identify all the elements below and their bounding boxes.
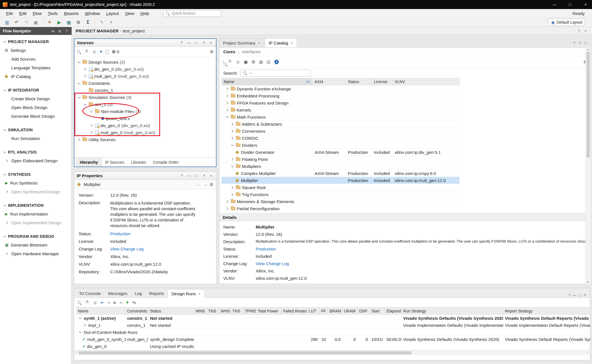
ip-catalog-search-input[interactable] [240,70,311,77]
column-header[interactable]: Constraints [125,308,148,314]
minimize-icon[interactable]: — [187,173,192,178]
create-run-icon[interactable]: + [126,299,129,305]
tab-ip-catalog[interactable]: IP Catalog × [265,38,297,47]
chevron-right-icon[interactable] [230,122,235,126]
help-icon[interactable]: ? [64,29,69,33]
catalog-row[interactable]: Floating Point [222,156,460,163]
chevron-down-icon[interactable] [225,115,229,119]
maximize-icon[interactable]: □ [194,173,199,178]
tab-reports[interactable]: Reports [145,289,168,298]
settings-icon[interactable]: ⚙ [210,182,213,187]
stop-icon[interactable]: × [45,19,54,26]
nav-item-create-block-design[interactable]: Create Block Design [0,94,71,103]
tab-log[interactable]: Log [131,289,145,298]
info-icon[interactable]: i [274,60,279,64]
group-by-category-icon[interactable]: ▣ [244,59,248,65]
scroll-up-icon[interactable]: ▲ [586,48,590,51]
column-header[interactable]: BRAM [328,308,342,314]
column-header-status[interactable]: Status [346,78,372,85]
change-log-link[interactable]: View Change Log [256,261,289,266]
catalog-row[interactable]: CORDIC [222,135,460,142]
horizontal-scrollbar[interactable]: ‹ › [74,350,590,355]
float-icon[interactable]: ↗ [577,40,582,45]
tab-design-runs[interactable]: Design Runs × [167,289,204,298]
menu-window[interactable]: Window [82,10,103,17]
nav-item-run-simulation[interactable]: Run Simulation [0,134,71,143]
run-row-mult-gen-0-synth-1[interactable]: ✓mult_gen_0_synth_1 mult_gen_0 synth_des… [76,336,590,343]
nav-item-ip-catalog[interactable]: IP Catalog [0,72,71,81]
tree-item-sim-1[interactable]: sim_1 (3) [74,101,216,108]
repository-icon[interactable]: ▦ [259,59,263,65]
catalog-row[interactable]: Memories & Storage Elements [222,198,460,205]
settings-icon[interactable]: ⚙ [210,49,214,54]
catalog-row-math-functions[interactable]: Math Functions [222,114,460,121]
catalog-row[interactable]: Square Root [222,184,460,191]
menu-reports[interactable]: Reports [61,10,82,17]
tree-item-constrs-1[interactable]: constrs_1 [74,87,216,94]
nav-item-open-elaborated-design[interactable]: Open Elaborated Design [0,156,71,165]
catalog-row[interactable]: Kernels [222,106,460,114]
collapse-all-icon[interactable] [227,60,232,64]
chevron-right-icon[interactable] [5,159,9,163]
column-header[interactable]: TPWS [243,308,256,314]
chevron-right-icon[interactable] [230,157,235,161]
save-icon[interactable]: ▥ [3,19,11,26]
nav-item-open-hardware-manager[interactable]: Open Hardware Manager [0,249,71,258]
column-header-vlnv[interactable]: VLNV [392,78,460,85]
chevron-down-icon[interactable] [78,316,82,320]
nav-item-run-implementation[interactable]: ▶ Run Implementation [0,210,71,218]
tree-item-ipcore-test-v[interactable]: ipcore_test.v [74,115,216,122]
percent-icon[interactable]: % [132,300,136,305]
step-back-icon[interactable]: « [108,300,110,305]
flow-section-ip-integrator[interactable]: IP INTEGRATOR [0,86,71,94]
expand-all-icon[interactable] [236,60,240,64]
nav-item-open-implemented-design[interactable]: Open Implemented Design [0,218,71,227]
chevron-right-icon[interactable] [230,129,235,133]
edit-icon[interactable]: ✎ [98,19,106,26]
close-tab-icon[interactable]: × [258,41,260,45]
window-minimize-button[interactable]: — [548,0,561,9]
catalog-row-dividers[interactable]: Dividers [222,142,460,149]
chevron-down-icon[interactable] [77,60,81,65]
tab-project-summary[interactable]: Project Summary × [219,38,264,47]
column-header[interactable]: LUT [307,308,319,314]
nav-item-run-synthesis[interactable]: ▶ Run Synthesis [0,179,71,187]
chevron-right-icon[interactable] [5,221,9,225]
chevron-right-icon[interactable] [83,67,87,72]
column-header-name[interactable]: Name ∧1 [222,78,312,85]
chevron-right-icon[interactable] [82,323,87,327]
tree-item-sim-mult-gen-0[interactable]: mult_gen_0 (mult_gen_0.xci) [74,129,216,136]
run-row-impl-1[interactable]: impl_1 constrs_1 Not started Vivado Impl… [76,322,590,329]
maximize-icon[interactable]: □ [583,40,588,45]
search-toggle-button[interactable] [222,61,224,63]
maximize-icon[interactable]: □ [194,40,199,45]
menu-layout[interactable]: Layout [103,10,122,17]
catalog-row-complex-multiplier[interactable]: Complex Multiplier AXI4-Stream Productio… [222,170,460,177]
close-icon[interactable]: × [583,28,588,34]
chevron-right-icon[interactable] [225,94,229,98]
catalog-row[interactable]: Partial Reconfiguration [222,205,460,212]
chevron-right-icon[interactable] [83,74,87,79]
column-header[interactable]: Elapsed [385,308,401,314]
chevron-down-icon[interactable] [89,109,94,114]
nav-item-open-synthesized-design[interactable]: Open Synthesized Design [0,187,71,196]
column-header[interactable]: Failed Routes [281,308,307,314]
chevron-right-icon[interactable] [230,136,235,140]
column-header[interactable]: Run Strategy [401,308,503,314]
column-header[interactable]: Name [76,308,125,314]
chevron-right-icon[interactable] [5,190,9,194]
tab-compile-order[interactable]: Compile Order [150,158,182,167]
maximize-icon[interactable]: □ [577,292,582,298]
chevron-right-icon[interactable] [225,108,229,112]
settings-icon[interactable]: ⚙ [74,19,83,26]
catalog-row[interactable]: Embedded Processing [222,92,460,99]
tree-item-sim-div-gen-0[interactable]: div_gen_0 (div_gen_0.xci) [74,122,216,129]
build-icon[interactable]: + [107,19,116,26]
sum-icon[interactable]: Σ [84,19,92,26]
chevron-down-icon[interactable] [83,102,87,107]
column-header-license[interactable]: License [372,78,392,85]
scroll-down-icon[interactable]: ▼ [586,281,590,283]
tree-item-constraints[interactable]: Constraints [74,80,216,87]
column-header[interactable]: WHS [219,308,231,314]
flow-section-project-manager[interactable]: PROJECT MANAGER [0,37,71,46]
